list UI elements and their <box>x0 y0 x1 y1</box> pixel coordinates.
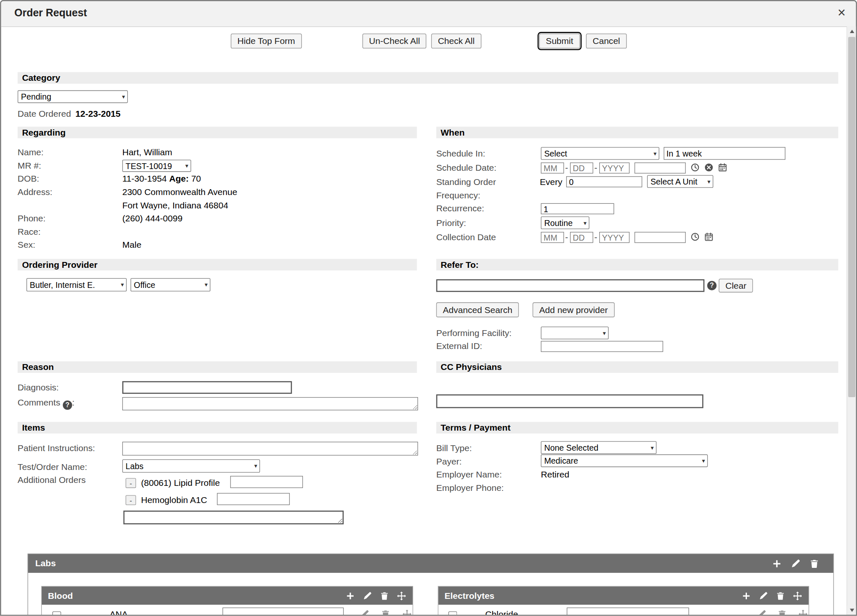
diagnosis-label: Diagnosis: <box>18 382 59 394</box>
edit-icon[interactable] <box>360 610 369 616</box>
clear-button[interactable]: Clear <box>719 279 753 293</box>
add-icon[interactable] <box>346 591 355 600</box>
schedule-date-mm-input[interactable] <box>541 162 564 173</box>
date-separator: - <box>565 232 568 243</box>
clock-icon[interactable] <box>691 232 701 242</box>
additional-orders-textarea[interactable] <box>123 511 344 524</box>
delete-icon[interactable] <box>381 610 390 616</box>
external-id-input[interactable] <box>541 341 663 352</box>
move-icon[interactable] <box>793 591 802 600</box>
lab-test-checkbox[interactable] <box>448 611 457 616</box>
collection-date-label: Collection Date <box>436 231 496 244</box>
add-icon[interactable] <box>772 559 781 568</box>
move-icon[interactable] <box>403 610 411 616</box>
schedule-date-yyyy-input[interactable] <box>599 162 629 173</box>
frequency-label: Frequency: <box>436 190 480 202</box>
scrollbar-thumb[interactable] <box>848 37 855 397</box>
submit-button[interactable]: Submit <box>539 33 580 49</box>
test-order-name-label: Test/Order Name: <box>18 461 87 473</box>
phone-value: (260) 444-0099 <box>122 213 182 225</box>
cc-physicians-input[interactable] <box>436 394 703 408</box>
calendar-icon[interactable] <box>718 163 728 173</box>
schedule-date-time-input[interactable] <box>634 162 685 173</box>
close-icon[interactable]: ✕ <box>834 5 849 21</box>
add-icon[interactable] <box>742 591 751 600</box>
help-icon[interactable]: ? <box>707 281 716 290</box>
test-order-name-select[interactable]: Labs ▾ <box>122 459 260 473</box>
scroll-down-button[interactable] <box>847 606 856 615</box>
collection-date-time-input[interactable] <box>634 232 685 243</box>
every-input[interactable] <box>566 176 642 187</box>
edit-icon[interactable] <box>757 610 766 616</box>
remove-order-button[interactable]: - <box>126 495 136 505</box>
ordering-provider-select[interactable]: Butler, Internist E. ▾ <box>26 278 127 292</box>
order-request-dialog: Order Request ✕ Hide Top Form Un-Check A… <box>0 0 857 616</box>
lab-test-input[interactable] <box>567 608 689 616</box>
lab-test-checkbox[interactable] <box>52 611 61 616</box>
order-item-label: (80061) Lipid Profile <box>141 477 220 489</box>
vertical-scrollbar[interactable] <box>847 26 856 615</box>
uncheck-all-button[interactable]: Un-Check All <box>362 33 426 49</box>
edit-icon[interactable] <box>363 591 372 600</box>
employer-name-label: Employer Name: <box>436 469 502 481</box>
performing-facility-select[interactable]: ▾ <box>541 327 609 339</box>
clock-icon[interactable] <box>691 163 701 173</box>
category-select[interactable]: Pending ▾ <box>18 90 128 103</box>
section-header-terms-payment: Terms / Payment <box>436 422 838 434</box>
age-value: 70 <box>191 174 201 183</box>
priority-label: Priority: <box>436 217 466 229</box>
address-label: Address: <box>18 186 52 198</box>
collection-date-dd-input[interactable] <box>570 232 593 243</box>
patient-instructions-textarea[interactable] <box>122 442 418 456</box>
comments-textarea[interactable] <box>122 397 418 411</box>
date-ordered-value: 12-23-2015 <box>75 108 121 120</box>
edit-icon[interactable] <box>759 591 768 600</box>
remove-order-button[interactable]: - <box>126 478 136 488</box>
delete-icon[interactable] <box>810 559 819 568</box>
section-header-when: When <box>436 127 838 139</box>
edit-icon[interactable] <box>791 559 800 568</box>
payer-select[interactable]: Medicare ▾ <box>541 454 708 467</box>
priority-select[interactable]: Routine ▾ <box>541 216 590 229</box>
schedule-in-input[interactable] <box>664 147 785 159</box>
move-icon[interactable] <box>397 591 406 600</box>
add-new-provider-button[interactable]: Add new provider <box>533 303 614 318</box>
delete-icon[interactable] <box>776 591 785 600</box>
bill-type-select[interactable]: None Selected ▾ <box>541 441 657 454</box>
lab-test-name: ANA <box>110 610 128 616</box>
lab-test-input[interactable] <box>223 608 344 616</box>
schedule-date-dd-input[interactable] <box>570 162 593 173</box>
provider-location-select[interactable]: Office ▾ <box>131 278 210 292</box>
clear-date-icon[interactable] <box>704 163 714 173</box>
help-icon[interactable]: ? <box>63 400 72 410</box>
check-all-button[interactable]: Check All <box>431 33 481 49</box>
every-label: Every <box>540 176 562 188</box>
scroll-up-button[interactable] <box>847 26 856 36</box>
phone-label: Phone: <box>18 213 46 225</box>
recurrence-input[interactable] <box>541 203 614 214</box>
refer-to-input[interactable] <box>436 279 704 292</box>
lab-test-row: Chloride <box>439 605 808 616</box>
delete-icon[interactable] <box>777 610 786 616</box>
order-item-label: Hemoglobin A1C <box>141 494 207 506</box>
order-item-input[interactable] <box>230 476 303 488</box>
cancel-button[interactable]: Cancel <box>586 33 626 49</box>
hide-top-form-button[interactable]: Hide Top Form <box>231 33 301 49</box>
calendar-icon[interactable] <box>704 232 714 242</box>
payer-label: Payer: <box>436 455 462 467</box>
dob-value: 11-30-1954 Age: 70 <box>122 173 201 185</box>
advanced-search-button[interactable]: Advanced Search <box>436 303 519 318</box>
schedule-in-select[interactable]: Select ▾ <box>541 147 659 159</box>
mr-select[interactable]: TEST-10019 ▾ <box>122 160 191 172</box>
collection-date-yyyy-input[interactable] <box>599 232 629 243</box>
lab-group-header: Electrolytes <box>439 587 808 605</box>
standing-order-unit-select[interactable]: Select A Unit ▾ <box>647 175 713 188</box>
date-separator: - <box>594 162 597 173</box>
move-icon[interactable] <box>798 610 807 616</box>
collection-date-mm-input[interactable] <box>541 232 564 243</box>
order-item-input[interactable] <box>217 493 290 505</box>
race-label: Race: <box>18 226 41 238</box>
delete-icon[interactable] <box>380 591 389 600</box>
diagnosis-input[interactable] <box>122 381 292 394</box>
standing-order-label: Standing Order <box>436 176 496 188</box>
